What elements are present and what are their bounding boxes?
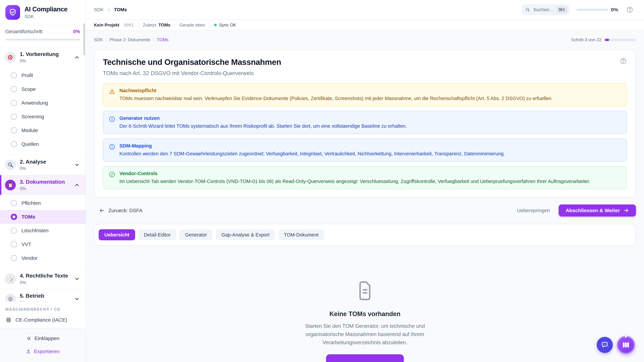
sync-status: Sync OK [214,22,236,28]
back-button[interactable]: Zurueck: DSFA [99,207,142,214]
chevron-up-icon [74,183,80,188]
alert-nachweispflicht: Nachweispflicht TOMs muessen nachweisbar… [103,83,627,106]
alert-sdm-mapping: SDM-Mapping Kontrollen werden den 7 SDM-… [103,138,627,162]
overall-progress-label: Gesamtfortschritt [5,29,42,34]
search-placeholder: Suchen... [533,7,553,12]
topbar-progress-value: 0% [611,7,618,12]
card-help-icon[interactable] [620,57,627,64]
magnifier-icon [7,162,14,168]
section-header-1-vorbereitung[interactable]: 1. Vorbereitung 0% [0,47,86,67]
sidebar-section-3-dokumentation: 3. Dokumentation 0% Pflichten TOMs Lösch… [0,175,86,269]
target-icon [7,54,14,60]
sidebar-section-2-analyse: 2. Analyse 0% [0,155,86,175]
tab-tom-dokument[interactable]: TOM-Dokument [278,229,324,240]
alert-vendor-controls: Vendor-Controls Im Uebersicht-Tab werden… [103,166,627,189]
topbar: SDK TOMs Suchen... ⌘K 0% [86,0,644,20]
last-label: Zuletzt: [143,22,157,27]
chevron-right-icon [107,7,111,12]
notification-dot-icon [625,336,627,338]
sidebar-item-vvt[interactable]: VVT [0,238,86,251]
breadcrumb: SDK TOMs [94,7,127,12]
step-progress: Schritt 3 von 22 [571,37,636,42]
columns-icon [622,341,630,349]
sidebar-item-screening[interactable]: Screening [0,110,86,123]
sidebar-section-1-vorbereitung: 1. Vorbereitung 0% Profil Scope Anwendun… [0,47,86,155]
tab-gap-analyse-export[interactable]: Gap-Analyse & Export [216,229,275,240]
skip-button[interactable]: Ueberspringen [517,208,550,213]
export-button[interactable]: Exportieren [0,346,86,357]
chevron-down-icon [74,276,80,281]
app-subtitle: SDK [24,14,68,19]
alert-text: Kontrollen werden den 7 SDM-Gewaehrleist… [120,150,505,157]
version-badge: V001 [124,23,134,27]
sidebar-item-profil[interactable]: Profil [0,68,86,82]
app-name: AI Compliance [24,6,68,13]
sidebar-item-module[interactable]: Module [0,123,86,137]
alert-text: TOMs muessen nachweisbar real sein. Verk… [120,95,552,102]
page-subtitle: TOMs nach Art. 32 DSGVO mit Vendor-Contr… [103,70,627,76]
collapse-sidebar-button[interactable]: Einklappen [0,333,86,344]
sidebar: AI Compliance SDK Gesamtfortschritt 0% 1… [0,0,86,362]
check-circle-icon [109,171,116,178]
sidebar-item-toms[interactable]: TOMs [0,210,86,224]
sidebar-scrollbar[interactable] [84,23,85,55]
step-state-icon [11,86,17,92]
content: SDK / Phase 2: Dokumente / TOMs Schritt … [86,30,644,362]
step-state-icon [11,241,17,248]
sidebar-item-vendor[interactable]: Vendor [0,251,86,265]
page-breadcrumb-phase[interactable]: Phase 2: Dokumente [110,37,150,42]
sidebar-item-pflichten[interactable]: Pflichten [0,196,86,210]
chat-fab-button[interactable] [597,337,613,353]
section-header-5-betrieb[interactable]: 5. Betrieb 0% [0,289,86,301]
app-logo [5,5,20,20]
breadcrumb-current: TOMs [114,7,127,12]
sidebar-group-maschinenrecht: MASCHINENRECHT / CE CE-Compliance (IACE) [0,301,86,328]
page-breadcrumb-current: TOMs [157,37,168,42]
step-state-icon [11,214,17,220]
sidebar-item-scope[interactable]: Scope [0,82,86,96]
step-state-icon [11,72,17,79]
sidebar-item-l-schfristen[interactable]: Löschfristen [0,224,86,238]
brand: AI Compliance SDK [0,0,86,24]
sidebar-section-4-rechtliche-texte: 4. Rechtliche Texte 0% [0,269,86,289]
page-breadcrumb-sdk[interactable]: SDK [94,37,103,42]
step-progress-fill [605,39,609,41]
sidebar-item-anwendung[interactable]: Anwendung [0,96,86,110]
gear-icon [7,296,14,301]
overall-progress-track [5,39,80,40]
section-header-3-dokumentation[interactable]: 3. Dokumentation 0% [0,175,86,195]
arrow-left-icon [99,207,105,214]
wizard-nav: Zurueck: DSFA Ueberspringen Abschliessen… [94,204,636,217]
step-state-icon [11,100,17,106]
sidebar-item-quellen[interactable]: Quellen [0,137,86,151]
sidebar-nav: 1. Vorbereitung 0% Profil Scope Anwendun… [0,47,86,301]
section-header-2-analyse[interactable]: 2. Analyse 0% [0,155,86,175]
empty-state: Keine TOMs vorhanden Starten Sie den TOM… [94,281,636,362]
section-header-4-rechtliche-texte[interactable]: 4. Rechtliche Texte 0% [0,269,86,289]
page-title: Technische und Organisatorische Massnahm… [103,57,281,67]
primary-action-button[interactable] [326,354,404,362]
breadcrumb-root[interactable]: SDK [94,7,104,12]
tab-detail-editor[interactable]: Detail-Editor [138,229,176,240]
step-state-icon [11,255,17,261]
project-name: Kein Projekt [94,22,120,28]
search-button[interactable]: Suchen... ⌘K [522,4,570,15]
clipboard-icon [7,182,14,188]
chip-icon [5,317,12,323]
warning-icon [109,88,116,95]
tab-uebersicht[interactable]: Uebersicht [98,229,135,240]
alert-title: Nachweispflicht [120,88,552,93]
step-state-icon [11,113,17,120]
chevron-up-icon [74,55,80,60]
alert-text: Im Uebersicht-Tab werden Vendor-TOM-Cont… [120,178,590,185]
upload-icon [26,349,31,354]
sidebar-item-ce-compliance[interactable]: CE-Compliance (IACE) [5,317,80,323]
alert-title: Vendor-Controls [120,171,590,176]
tab-generator[interactable]: Generator [179,229,213,240]
finish-next-button[interactable]: Abschliessen & Weiter [559,204,636,217]
last-value: TOMs [158,22,170,27]
sidebar-footer: Einklappen Exportieren [0,328,86,362]
info-icon [109,116,116,122]
panel-fab-button[interactable] [617,336,635,354]
help-icon[interactable] [626,6,633,13]
